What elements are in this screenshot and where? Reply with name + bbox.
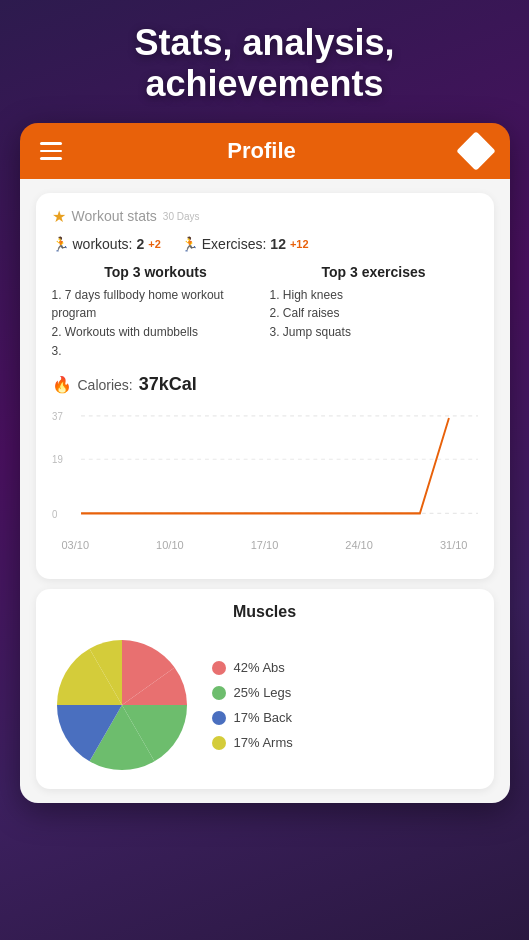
legend-dot bbox=[212, 711, 226, 725]
svg-text:19: 19 bbox=[52, 454, 63, 466]
content-area: ★ Workout stats 30 Days 🏃 workouts: 2 +2… bbox=[20, 179, 510, 803]
svg-text:0: 0 bbox=[52, 508, 58, 520]
header-title: Profile bbox=[227, 138, 295, 164]
top-exercises-col: Top 3 exercises 1. High knees2. Calf rai… bbox=[270, 264, 478, 360]
exercise-icon: 🏃 bbox=[181, 236, 198, 252]
stats-counts-row: 🏃 workouts: 2 +2 🏃 Exercises: 12 +12 bbox=[52, 236, 478, 252]
chart-x-label: 24/10 bbox=[345, 539, 373, 551]
calories-value: 37kCal bbox=[139, 374, 197, 395]
calories-row: 🔥 Calories: 37kCal bbox=[52, 374, 478, 395]
exercises-value: 12 bbox=[270, 236, 286, 252]
top-exercise-item: 1. High knees bbox=[270, 286, 478, 305]
hero-title: Stats, analysis, achievements bbox=[134, 22, 394, 105]
workouts-delta: +2 bbox=[148, 238, 161, 250]
app-header: Profile bbox=[20, 123, 510, 179]
exercises-stat: 🏃 Exercises: 12 +12 bbox=[181, 236, 309, 252]
legend-item: 25% Legs bbox=[212, 685, 293, 700]
chart-svg: 37 19 0 bbox=[52, 405, 478, 535]
top-workout-item: 1. 7 days fullbody home workout program bbox=[52, 286, 260, 323]
legend-label: 17% Back bbox=[234, 710, 293, 725]
top-workout-item: 3. bbox=[52, 342, 260, 361]
muscles-section: Muscles bbox=[36, 589, 494, 789]
top-exercises-title: Top 3 exercises bbox=[270, 264, 478, 280]
chart-x-label: 17/10 bbox=[251, 539, 279, 551]
legend-label: 25% Legs bbox=[234, 685, 292, 700]
legend-item: 17% Arms bbox=[212, 735, 293, 750]
app-card: Profile ★ Workout stats 30 Days 🏃 workou… bbox=[20, 123, 510, 803]
chart-x-label: 10/10 bbox=[156, 539, 184, 551]
top-exercise-item: 3. Jump squats bbox=[270, 323, 478, 342]
top-workouts-title: Top 3 workouts bbox=[52, 264, 260, 280]
svg-text:37: 37 bbox=[52, 411, 63, 423]
calories-chart: 37 19 0 bbox=[52, 405, 478, 535]
top-lists: Top 3 workouts 1. 7 days fullbody home w… bbox=[52, 264, 478, 360]
legend-item: 17% Back bbox=[212, 710, 293, 725]
chart-x-label: 03/10 bbox=[62, 539, 90, 551]
exercises-delta: +12 bbox=[290, 238, 309, 250]
workouts-stat: 🏃 workouts: 2 +2 bbox=[52, 236, 161, 252]
legend-label: 42% Abs bbox=[234, 660, 285, 675]
stats-card: ★ Workout stats 30 Days 🏃 workouts: 2 +2… bbox=[36, 193, 494, 579]
legend-item: 42% Abs bbox=[212, 660, 293, 675]
top-workout-item: 2. Workouts with dumbbells bbox=[52, 323, 260, 342]
stats-header: ★ Workout stats 30 Days bbox=[52, 207, 478, 226]
top-workouts-list: 1. 7 days fullbody home workout program2… bbox=[52, 286, 260, 360]
legend-dot bbox=[212, 686, 226, 700]
legend-label: 17% Arms bbox=[234, 735, 293, 750]
stats-days: 30 Days bbox=[163, 211, 200, 222]
muscles-title: Muscles bbox=[52, 603, 478, 621]
legend-dot bbox=[212, 736, 226, 750]
workouts-label: workouts: bbox=[73, 236, 133, 252]
hero-section: Stats, analysis, achievements bbox=[114, 0, 414, 123]
fire-icon: 🔥 bbox=[52, 375, 72, 394]
top-exercise-item: 2. Calf raises bbox=[270, 304, 478, 323]
top-exercises-list: 1. High knees2. Calf raises3. Jump squat… bbox=[270, 286, 478, 342]
chart-x-labels: 03/1010/1017/1024/1031/10 bbox=[52, 539, 478, 551]
run-icon: 🏃 bbox=[52, 236, 69, 252]
menu-button[interactable] bbox=[40, 142, 62, 160]
pie-chart bbox=[52, 635, 192, 775]
premium-icon[interactable] bbox=[456, 131, 496, 171]
calories-label: Calories: bbox=[78, 377, 133, 393]
chart-x-label: 31/10 bbox=[440, 539, 468, 551]
exercises-label: Exercises: bbox=[202, 236, 267, 252]
muscles-legend: 42% Abs25% Legs17% Back17% Arms bbox=[212, 660, 293, 750]
muscles-content: 42% Abs25% Legs17% Back17% Arms bbox=[52, 635, 478, 775]
workouts-value: 2 bbox=[136, 236, 144, 252]
star-icon: ★ bbox=[52, 207, 66, 226]
top-workouts-col: Top 3 workouts 1. 7 days fullbody home w… bbox=[52, 264, 260, 360]
stats-section-title: Workout stats bbox=[72, 208, 157, 224]
legend-dot bbox=[212, 661, 226, 675]
